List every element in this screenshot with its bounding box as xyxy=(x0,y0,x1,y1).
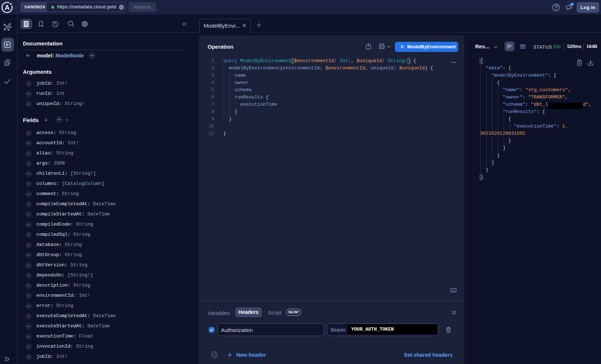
svg-text:A: A xyxy=(5,4,10,11)
